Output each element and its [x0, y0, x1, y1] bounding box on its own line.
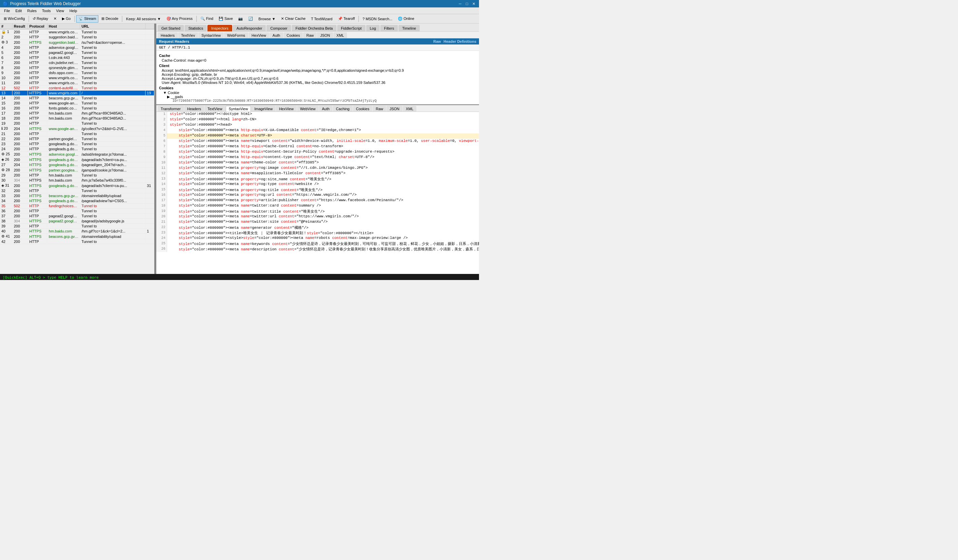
table-row[interactable]: 42200HTTPTunnel to: [0, 239, 154, 244]
table-row[interactable]: 11200HTTPwww.vmgirls.com:443Tunnel to: [0, 81, 154, 86]
table-row[interactable]: 8200HTTPqzonestyle.gtimg.cn:443Tunnel to: [0, 65, 154, 70]
tab-fiddlerscript[interactable]: FiddlerScript: [337, 25, 365, 31]
tab-get-started[interactable]: Get Started: [158, 25, 184, 31]
table-row[interactable]: 21200HTTPTunnel to: [0, 132, 154, 136]
table-row[interactable]: 18200HTTPhm.baidu.com/hm.gif?hca=89C9485…: [0, 116, 154, 121]
table-row[interactable]: 29200HTTPhm.baidu.comTunnel to: [0, 173, 154, 178]
table-row[interactable]: 6200HTTPt.cdn.ink:443Tunnel to: [0, 55, 154, 60]
menu-edit[interactable]: Edit: [13, 8, 25, 13]
winconfig-button[interactable]: ⊞ WinConfig: [2, 15, 27, 22]
table-row[interactable]: 7200HTTPcdn.jsdelivr.net:443Tunnel to: [0, 60, 154, 65]
find-button[interactable]: 🔍 Find: [198, 15, 216, 22]
stream-button[interactable]: 📡 Stream: [76, 15, 99, 22]
table-row[interactable]: 13200HTTPSwww.vmgirls.com/19: [0, 90, 154, 96]
table-row[interactable]: 2200HTTPsuggestion.baidu.com:443Tunnel t…: [0, 35, 154, 40]
table-row[interactable]: 35502HTTPfundingchoicesmessages....Tunne…: [0, 203, 154, 209]
tab-composer[interactable]: Composer: [266, 25, 291, 31]
table-row[interactable]: 10200HTTPwww.vmgirls.com:443Tunnel to: [0, 76, 154, 81]
table-row[interactable]: 23200HTTPgoogleads.g.doubleclick.n...Tun…: [0, 141, 154, 147]
msdn-search-button[interactable]: ? MSDN Search...: [360, 15, 395, 22]
resp-tab-hexview[interactable]: HexView: [276, 106, 297, 111]
menu-tools[interactable]: Tools: [40, 8, 54, 13]
raw-link[interactable]: Raw: [433, 40, 441, 43]
table-row[interactable]: 39200HTTPTunnel to: [0, 224, 154, 229]
text-wizard-button[interactable]: T TextWizard: [309, 15, 335, 22]
resp-tab-caching[interactable]: Caching: [333, 106, 352, 111]
table-row[interactable]: 34200HTTPSgoogleads.g.double.../pagead/a…: [0, 198, 154, 203]
save-button[interactable]: 💾 Save: [216, 15, 235, 22]
req-tab-hexview[interactable]: HexView: [249, 32, 269, 38]
req-tab-json[interactable]: JSON: [317, 32, 333, 38]
keep-sessions-button[interactable]: Keep: All sessions ▼: [124, 15, 163, 22]
table-row[interactable]: 38304HTTPSpagead2.googlesynn.../pagead/j…: [0, 219, 154, 224]
online-button[interactable]: 🌐 Online: [395, 15, 417, 22]
table-row[interactable]: ⚙ 28200HTTPSpartner.googleadse.../gampad…: [0, 167, 154, 173]
req-tab-xml[interactable]: XML: [333, 32, 347, 38]
resp-tab-transformer[interactable]: Transformer: [158, 106, 184, 111]
header-def-link[interactable]: Header Definitions: [444, 40, 476, 43]
refresh-button[interactable]: 🔄: [246, 15, 255, 22]
req-tab-headers[interactable]: Headers: [158, 32, 178, 38]
table-row[interactable]: ℹ 20204HTTPSwww.google-analytic.../g/col…: [0, 126, 154, 132]
req-tab-raw[interactable]: Raw: [303, 32, 317, 38]
browse-button[interactable]: Browse ▼: [256, 15, 278, 22]
table-row[interactable]: 27204HTTPSgoogleads.g.doublesyn.../pagea…: [0, 162, 154, 167]
table-row[interactable]: ◈ 26200HTTPSgoogleads.g.double.../pagead…: [0, 157, 154, 162]
tab-timeline[interactable]: Timeline: [398, 25, 420, 31]
tab-filters[interactable]: Filters: [380, 25, 398, 31]
table-row[interactable]: 36200HTTPTunnel to: [0, 209, 154, 214]
resp-tab-textview[interactable]: TextView: [205, 106, 225, 111]
go-button[interactable]: ▶ Go: [60, 15, 73, 22]
table-row[interactable]: 🔒 1200HTTPwww.vmgirls.com:443Tunnel to: [0, 29, 154, 35]
req-tab-webforms[interactable]: WebForms: [224, 32, 248, 38]
restore-button[interactable]: □: [464, 1, 469, 6]
tab-log[interactable]: Log: [366, 25, 380, 31]
table-row[interactable]: ⚙ 3200HTTPSsuggestion.baidu.com/su?wd=&a…: [0, 40, 154, 45]
menu-rules[interactable]: Rules: [25, 8, 40, 13]
table-row[interactable]: 15200HTTPwww.google-analytics.co...Tunne…: [0, 101, 154, 106]
tearoff-button[interactable]: 📌 Tearoff: [336, 15, 357, 22]
resp-tab-webview[interactable]: WebView: [297, 106, 319, 111]
table-row[interactable]: 16200HTTPfonts.gstatic.com:443Tunnel to: [0, 106, 154, 111]
table-row[interactable]: 24200HTTPgoogleads.g.doubleclick.n...Tun…: [0, 147, 154, 152]
req-tab-cookies[interactable]: Cookies: [284, 32, 303, 38]
close-button[interactable]: ✕: [471, 1, 476, 6]
table-row[interactable]: ⚙ 41200HTTPSbeacons.gcp.gvt2.c.../domain…: [0, 234, 154, 239]
table-row[interactable]: 40200HTTPShm.baidu.com/hm.gif?cc=1&ck=1&…: [0, 229, 154, 234]
table-row[interactable]: 22200HTTPpartner.googleleadservices...Tu…: [0, 136, 154, 141]
table-row[interactable]: 12502HTTPcontent-autofill.googleapi...Tu…: [0, 86, 154, 90]
tab-inspectors[interactable]: Inspectors: [208, 25, 232, 31]
resp-tab-syntaxview[interactable]: SyntaxView: [226, 106, 251, 111]
resp-tab-json[interactable]: JSON: [386, 106, 402, 111]
tab-fiddler-orchestra[interactable]: Fiddler Orchestra Beta: [292, 25, 336, 31]
table-row[interactable]: 32200HTTPTunnel to: [0, 188, 154, 194]
table-row[interactable]: 9200HTTPdsfo.oppo.com:443Tunnel to: [0, 70, 154, 76]
any-process-button[interactable]: 🎯 Any Process: [164, 15, 195, 22]
resp-tab-headers[interactable]: Headers: [184, 106, 205, 111]
minimize-button[interactable]: ─: [457, 1, 463, 6]
tab-autoresponder[interactable]: AutoResponder: [233, 25, 266, 31]
table-row[interactable]: 30304HTTPShm.baidu.com/hm.js?a5eba7a40c3…: [0, 178, 154, 183]
table-row[interactable]: 17200HTTPhm.baidu.com/hm.gif?hca=89C9485…: [0, 111, 154, 116]
resp-tab-auth[interactable]: Auth: [319, 106, 333, 111]
menu-view[interactable]: View: [54, 8, 67, 13]
table-row[interactable]: 5200HTTPpagead2.googlesyndicatio...Tunne…: [0, 50, 154, 55]
table-row[interactable]: ◈ 31200HTTPSgoogleads.g.double.../pagead…: [0, 183, 154, 188]
req-tab-syntaxview[interactable]: SyntaxView: [198, 32, 224, 38]
req-tab-textview[interactable]: TextViev: [178, 32, 198, 38]
table-row[interactable]: 4200HTTPadservice.google.com:443Tunnel t…: [0, 45, 154, 50]
table-row[interactable]: 14200HTTPbeacons.gcp.gvt2.com:443Tunnel …: [0, 96, 154, 101]
remove-button[interactable]: ✕: [51, 15, 59, 22]
resp-tab-raw[interactable]: Raw: [373, 106, 386, 111]
screenshot-button[interactable]: 📷: [236, 15, 245, 22]
table-row[interactable]: 19200HTTPTunnel to: [0, 121, 154, 126]
replay-button[interactable]: ↺ Replay: [30, 15, 51, 22]
table-row[interactable]: 33200HTTPSbeacons.gcp.gvt2.c.../domainre…: [0, 194, 154, 198]
resp-tab-xml[interactable]: XML: [403, 106, 417, 111]
menu-help[interactable]: Help: [67, 8, 80, 13]
req-tab-auth[interactable]: Auth: [270, 32, 283, 38]
resp-tab-cookies[interactable]: Cookies: [353, 106, 373, 111]
resp-tab-imageview[interactable]: ImageView: [251, 106, 276, 111]
table-row[interactable]: ⚙ 25200HTTPSadservice.google.com/adsid/i…: [0, 152, 154, 157]
clear-cache-button[interactable]: ✕ Clear Cache: [279, 15, 308, 22]
